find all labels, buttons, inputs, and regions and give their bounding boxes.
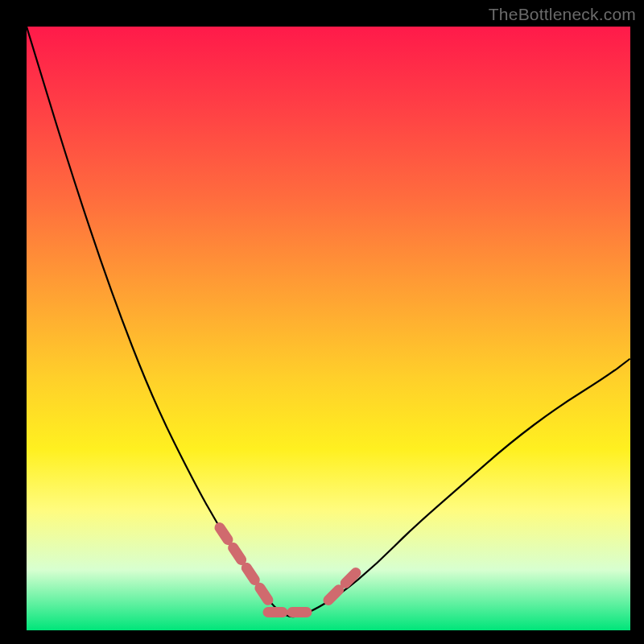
plot-area [27,27,630,630]
bottleneck-curve-svg [27,27,630,630]
bottleneck-curve [27,27,630,617]
outer-frame: TheBottleneck.com [0,0,644,644]
watermark-text: TheBottleneck.com [489,5,636,24]
highlight-left-dash [220,528,268,601]
highlight-right-dash [328,570,359,601]
